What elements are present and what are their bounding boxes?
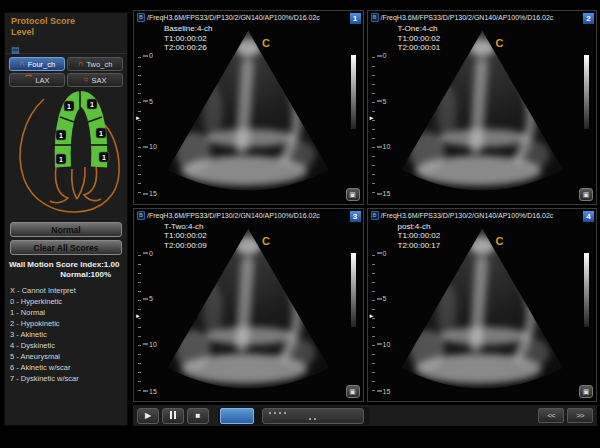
pause-icon: [170, 411, 176, 419]
tab-two-ch[interactable]: ∩ Two_ch: [67, 57, 123, 71]
legend-item: 1 - Normal: [10, 307, 127, 318]
pause-button[interactable]: [162, 408, 184, 424]
segment-score-label[interactable]: 1: [67, 103, 71, 110]
lax-icon: ⌒: [24, 76, 32, 84]
previous-button[interactable]: <<: [538, 408, 564, 423]
scrubber-thumb[interactable]: [220, 408, 254, 424]
depth-label: 10: [377, 143, 391, 150]
segment-score-label[interactable]: 1: [102, 154, 106, 161]
score-index-text: Wall Motion Score Index:1.00: [5, 260, 127, 270]
focus-marker-icon[interactable]: ►: [135, 115, 141, 121]
quadrant-number-badge: 3: [350, 211, 361, 222]
depth-label: 10: [377, 340, 391, 347]
legend-item: 5 - Aneurysmal: [10, 351, 127, 362]
legend-item: 6 - Akinetic w/scar: [10, 362, 127, 373]
image-params-text: /FreqH3.6M/FPS33/D/P130/2/GN140/AP100%/D…: [147, 212, 320, 219]
ultrasound-quadrant-4[interactable]: B /FreqH3.6M/FPS33/D/P130/2/GN140/AP100%…: [367, 208, 598, 403]
grayscale-bar: [584, 253, 589, 327]
segment-score-label[interactable]: 1: [90, 101, 94, 108]
clip-time-t2: T2:00:00:01: [398, 43, 441, 53]
tab-sax[interactable]: ○ SAX: [67, 73, 123, 87]
image-params-header: B /FreqH3.6M/FPS33/D/P130/2/GN140/AP100%…: [137, 13, 348, 22]
four-ch-icon: ∩: [19, 60, 25, 68]
snapshot-icon: ▣: [583, 388, 590, 395]
tab-lax[interactable]: ⌒ LAX: [9, 73, 65, 87]
wall-motion-score-summary: Wall Motion Score Index:1.00 Normal:100%: [5, 260, 127, 280]
depth-label: 5: [377, 295, 387, 302]
grayscale-bar: [351, 253, 356, 327]
tab-four-ch[interactable]: ∩ Four_ch: [9, 57, 65, 71]
quadrant-number-badge: 4: [583, 211, 594, 222]
b-mode-icon: B: [371, 211, 379, 220]
segment-score-label[interactable]: 1: [99, 130, 103, 137]
play-icon: ▶: [145, 411, 151, 420]
clip-time-t1: T1:00:00:02: [398, 231, 441, 241]
ultrasound-quadrant-1[interactable]: B /FreqH3.6M/FPS33/D/P130/2/GN140/AP100%…: [133, 10, 364, 205]
segment-score-label[interactable]: 1: [59, 132, 63, 139]
clear-all-scores-button[interactable]: Clear All Scores: [10, 240, 122, 255]
two-ch-icon: ∩: [78, 60, 84, 68]
ultrasound-quadrant-2[interactable]: B /FreqH3.6M/FPS33/D/P130/2/GN140/AP100%…: [367, 10, 598, 205]
snapshot-button[interactable]: ▣: [346, 385, 360, 398]
depth-label: 5: [143, 97, 153, 104]
clip-time-t1: T1:00:00:02: [398, 34, 441, 44]
clip-label: Baseline:4-ch T1:00:00:02 T2:00:00:26: [164, 24, 212, 53]
frame-scrubber[interactable]: [218, 407, 370, 425]
depth-label: 15: [377, 190, 391, 197]
segment-score-label[interactable]: 1: [59, 156, 63, 163]
orientation-marker: C: [262, 37, 270, 49]
orientation-marker: C: [495, 235, 503, 247]
depth-label: 10: [143, 340, 157, 347]
focus-marker-icon[interactable]: ►: [369, 115, 375, 121]
clip-label: T-Two:4-ch T1:00:00:02 T2:00:00:09: [164, 222, 207, 251]
stop-button[interactable]: ■: [187, 408, 209, 424]
depth-ruler: 0 5 10 15: [138, 253, 158, 391]
tab-two-ch-label: Two_ch: [86, 60, 112, 69]
image-params-text: /FreqH3.6M/FPS33/D/P130/2/GN140/AP100%/D…: [381, 14, 554, 21]
stop-icon: ■: [196, 411, 201, 420]
protocol-file-icon: ▤: [11, 45, 20, 55]
legend-item: 3 - Akinetic: [10, 329, 127, 340]
legend-item: 4 - Dyskinetic: [10, 340, 127, 351]
scrubber-handle[interactable]: [262, 408, 364, 424]
segment-scores: 1 1 1 1 1 1: [56, 99, 109, 164]
sidebar-title: Protocol Score Level: [5, 13, 127, 38]
clip-time-t2: T2:00:00:26: [164, 43, 212, 53]
heart-segment-diagram[interactable]: 1 1 1 1 1 1: [8, 91, 124, 219]
score-legend: X - Cannot Interpret 0 - Hyperkinetic 1 …: [5, 285, 127, 384]
clip-label: T-One:4-ch T1:00:00:02 T2:00:00:01: [398, 24, 441, 53]
tab-lax-label: LAX: [35, 76, 49, 85]
image-params-text: /FreqH3.6M/FPS33/D/P130/2/GN140/AP100%/D…: [147, 14, 320, 21]
score-percent-text: Normal:100%: [5, 270, 127, 280]
clip-time-t1: T1:00:00:02: [164, 34, 212, 44]
next-button[interactable]: >>: [567, 408, 593, 423]
legend-item: 0 - Hyperkinetic: [10, 296, 127, 307]
tab-sax-label: SAX: [91, 76, 106, 85]
focus-marker-icon[interactable]: ►: [369, 313, 375, 319]
depth-label: 15: [143, 387, 157, 394]
normal-score-button[interactable]: Normal: [10, 222, 122, 237]
snapshot-button[interactable]: ▣: [579, 385, 593, 398]
playback-toolbar: ▶ ■ << >>: [133, 405, 597, 426]
clip-label: post:4-ch T1:00:00:02 T2:00:00:17: [398, 222, 441, 251]
depth-label: 0: [377, 52, 387, 59]
protocol-file-row[interactable]: ▤: [5, 38, 127, 54]
depth-label: 15: [143, 190, 157, 197]
snapshot-icon: ▣: [349, 191, 356, 198]
play-button[interactable]: ▶: [137, 408, 159, 424]
grayscale-bar: [584, 55, 589, 129]
snapshot-button[interactable]: ▣: [346, 188, 360, 201]
legend-item: 7 - Dyskinetic w/scar: [10, 373, 127, 384]
sax-icon: ○: [84, 76, 89, 84]
image-params-header: B /FreqH3.6M/FPS33/D/P130/2/GN140/AP100%…: [137, 211, 348, 220]
image-params-header: B /FreqH3.6M/FPS33/D/P130/2/GN140/AP100%…: [371, 13, 582, 22]
focus-marker-icon[interactable]: ►: [135, 313, 141, 319]
depth-label: 0: [377, 249, 387, 256]
b-mode-icon: B: [137, 13, 145, 22]
clip-name: post:4-ch: [398, 222, 441, 232]
ultrasound-quadrant-3[interactable]: B /FreqH3.6M/FPS33/D/P130/2/GN140/AP100%…: [133, 208, 364, 403]
snapshot-icon: ▣: [349, 388, 356, 395]
depth-ruler: 0 5 10 15: [372, 55, 392, 193]
snapshot-button[interactable]: ▣: [579, 188, 593, 201]
orientation-marker: C: [495, 37, 503, 49]
